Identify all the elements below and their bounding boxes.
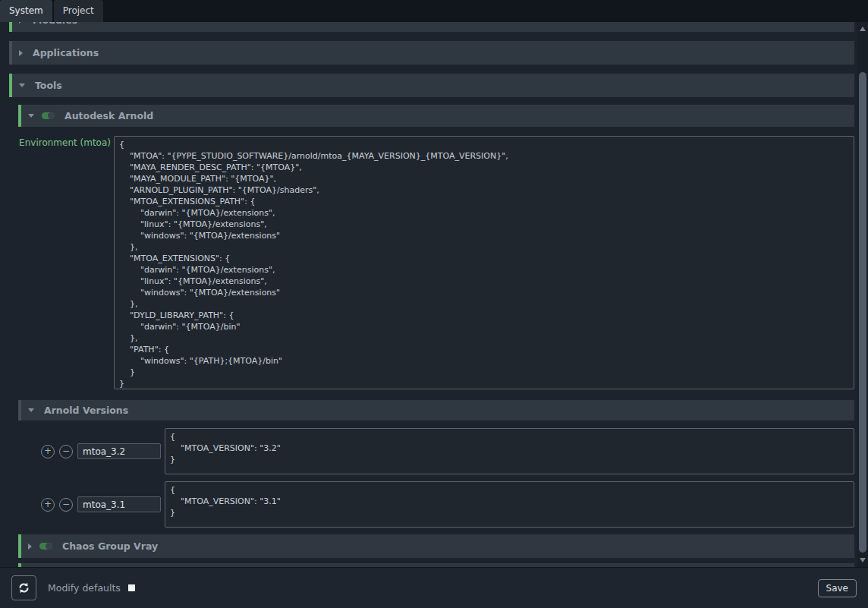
section-header-chaos-group-vray[interactable]: Chaos Group Vray	[18, 534, 854, 558]
chevron-down-icon	[28, 408, 34, 412]
version-json-editor[interactable]: { "MTOA_VERSION": "3.2" }	[165, 428, 854, 474]
environment-row: Environment (mtoa) { "MTOA": "{PYPE_STUD…	[9, 136, 854, 389]
modify-defaults-label: Modify defaults	[48, 582, 121, 594]
section-title-applications: Applications	[33, 47, 99, 58]
chevron-down-icon	[19, 83, 25, 87]
scroll-down-arrow[interactable]	[857, 555, 868, 565]
section-title-autodesk-arnold: Autodesk Arnold	[64, 110, 153, 121]
vray-enabled-toggle[interactable]	[39, 543, 52, 550]
chevron-right-icon	[19, 50, 23, 56]
toggle-knob	[46, 543, 52, 550]
toggle-knob	[48, 112, 55, 119]
tab-system[interactable]: System	[0, 0, 52, 22]
modify-defaults-checkbox[interactable]	[128, 584, 135, 591]
section-header-applications[interactable]: Applications	[9, 41, 854, 65]
section-modules-clipped: Modules	[9, 22, 854, 32]
version-key-input[interactable]	[77, 443, 161, 459]
version-key-input[interactable]	[77, 496, 161, 512]
remove-item-button[interactable]: −	[59, 498, 73, 512]
save-button[interactable]: Save	[818, 579, 857, 597]
refresh-icon	[17, 581, 30, 594]
refresh-button[interactable]	[11, 575, 36, 600]
chevron-right-icon	[28, 543, 32, 550]
triangle-down-icon	[860, 558, 866, 562]
section-title-arnold-versions: Arnold Versions	[44, 405, 128, 416]
arnold-version-row: + − { "MTOA_VERSION": "3.1" }	[41, 481, 854, 528]
triangle-up-icon	[860, 27, 866, 31]
chevron-down-icon	[28, 114, 34, 118]
footer-bar: Modify defaults Save	[0, 567, 868, 608]
environment-label: Environment (mtoa)	[9, 136, 114, 389]
section-title-modules: Modules	[33, 22, 77, 26]
version-json-editor[interactable]: { "MTOA_VERSION": "3.1" }	[165, 481, 854, 528]
environment-json-editor[interactable]: { "MTOA": "{PYPE_STUDIO_SOFTWARE}/arnold…	[114, 136, 854, 389]
add-item-button[interactable]: +	[41, 445, 55, 458]
scroll-up-arrow[interactable]	[857, 24, 868, 34]
arnold-version-row: + − { "MTOA_VERSION": "3.2" }	[41, 428, 854, 474]
section-header-modules[interactable]: Modules	[9, 22, 854, 32]
vertical-scrollbar[interactable]	[857, 22, 868, 567]
section-header-arnold-versions[interactable]: Arnold Versions	[18, 400, 854, 421]
arnold-enabled-toggle[interactable]	[42, 112, 55, 119]
add-item-button[interactable]: +	[41, 498, 55, 512]
section-header-tools[interactable]: Tools	[9, 74, 854, 97]
tab-bar: System Project	[0, 0, 868, 22]
section-header-autodesk-arnold[interactable]: Autodesk Arnold	[18, 105, 854, 127]
settings-window: System Project Modules Applications Tool…	[0, 0, 868, 608]
remove-item-button[interactable]: −	[59, 445, 73, 458]
scrollbar-thumb[interactable]	[859, 72, 866, 553]
section-title-tools: Tools	[35, 80, 62, 91]
chevron-right-icon	[19, 22, 23, 24]
settings-scroll-area: Modules Applications Tools Autodesk Arno…	[0, 22, 857, 567]
section-title-chaos-group-vray: Chaos Group Vray	[62, 540, 158, 552]
tab-project[interactable]: Project	[54, 0, 103, 22]
